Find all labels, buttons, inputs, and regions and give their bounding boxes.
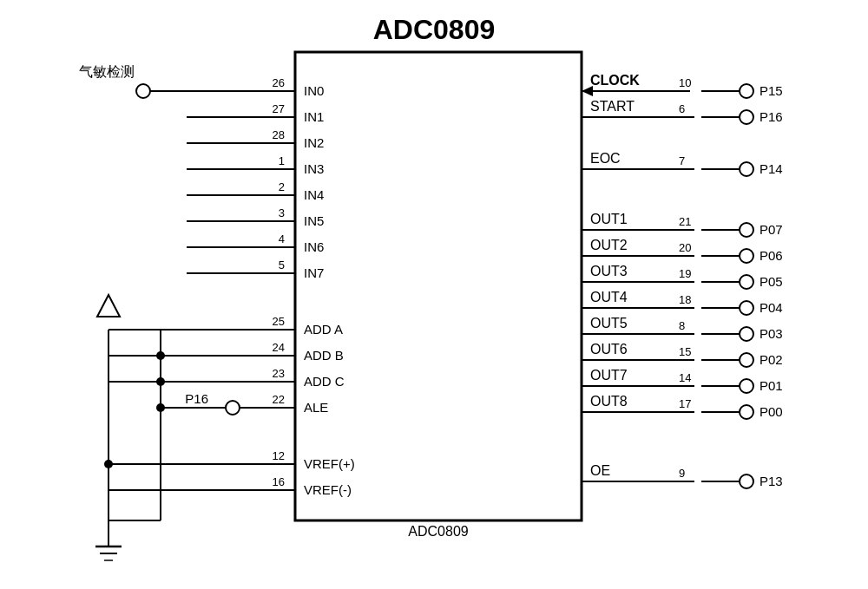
pin-in0: IN0 [304,83,324,98]
p00-circle [740,405,753,419]
pin-addb: ADD B [304,348,344,363]
chip-body [295,52,582,520]
pin-addc: ADD C [304,374,345,389]
pin1-num: 1 [279,154,285,167]
p14-circle [740,162,753,176]
pin9-num: 9 [679,467,685,480]
pin-adda: ADD A [304,322,343,337]
p05-label: P05 [760,274,783,289]
p16-label: P16 [185,391,208,406]
p13-circle [740,474,753,488]
p01-circle [740,379,753,393]
p16r-label: P16 [760,109,783,124]
out4-label: OUT4 [590,290,628,304]
out6-label: OUT6 [590,342,628,357]
pin18-num: 18 [679,293,691,306]
diagram-container: ADC0809 ADC0809 气敏检测 26 IN0 27 IN1 28 IN… [0,0,868,589]
out8-label: OUT8 [590,394,628,409]
p05-circle [740,275,753,289]
pin-vrefp: VREF(+) [304,456,355,471]
p03-circle [740,327,753,341]
pin10-num: 10 [679,76,691,89]
pin12-num: 12 [273,449,285,462]
pin-in1: IN1 [304,109,324,124]
p00-label: P00 [760,404,783,419]
pin7-num: 7 [679,154,685,167]
dot-vrefp [104,460,113,468]
pin26-num: 26 [273,76,285,89]
pin20-num: 20 [679,241,691,254]
out1-label: OUT1 [590,212,628,226]
pin17-num: 17 [679,397,691,410]
out5-label: OUT5 [590,316,628,330]
gasdetect-label: 气敏检测 [79,64,135,79]
p03-label: P03 [760,326,783,341]
pin16-num: 16 [273,475,285,488]
pin-in3: IN3 [304,161,324,176]
pin22-num: 22 [273,393,285,406]
pin-in4: IN4 [304,187,324,202]
p04-circle [740,301,753,315]
pin-in2: IN2 [304,135,324,150]
p01-label: P01 [760,378,783,393]
title: ADC0809 [373,14,496,45]
out2-label: OUT2 [590,238,628,252]
pin21-num: 21 [679,215,691,228]
start-label: START [590,99,635,114]
p14-label: P14 [760,161,783,176]
p06-circle [740,249,753,263]
p15-label: P15 [760,83,783,98]
chip-subtitle: ADC0809 [408,524,468,539]
p15-circle [740,84,753,98]
pin4-num: 4 [279,232,285,245]
p07-label: P07 [760,222,783,237]
pin5-num: 5 [279,259,285,272]
out3-label: OUT3 [590,264,628,278]
pin-ale: ALE [304,400,328,415]
p13-label: P13 [760,474,783,488]
p06-label: P06 [760,248,783,263]
ale-p16-circle [226,401,240,415]
pin28-num: 28 [273,128,285,141]
p02-label: P02 [760,352,783,367]
pin-vrefm: VREF(-) [304,482,352,497]
clock-label: CLOCK [590,73,640,88]
pin23-num: 23 [273,367,285,380]
pin-in7: IN7 [304,265,324,280]
pin24-num: 24 [273,341,285,354]
eoc-label: EOC [590,151,621,166]
pin-in6: IN6 [304,239,324,254]
pin3-num: 3 [279,206,285,219]
out7-label: OUT7 [590,368,628,383]
dot-ale [156,403,165,412]
p04-label: P04 [760,300,783,315]
p16r-circle [740,110,753,124]
signal-arrow [97,295,120,317]
pin15-num: 15 [679,345,691,358]
p07-circle [740,223,753,237]
pin8-num: 8 [679,319,685,332]
pin6-num: 6 [679,102,685,115]
oe-label: OE [590,463,610,478]
pin2-num: 2 [279,180,285,193]
pin27-num: 27 [273,102,285,115]
pin25-num: 25 [273,315,285,328]
gasdetect-circle [136,84,150,98]
pin19-num: 19 [679,267,691,280]
pin14-num: 14 [679,371,691,384]
pin-in5: IN5 [304,213,324,228]
p02-circle [740,353,753,367]
